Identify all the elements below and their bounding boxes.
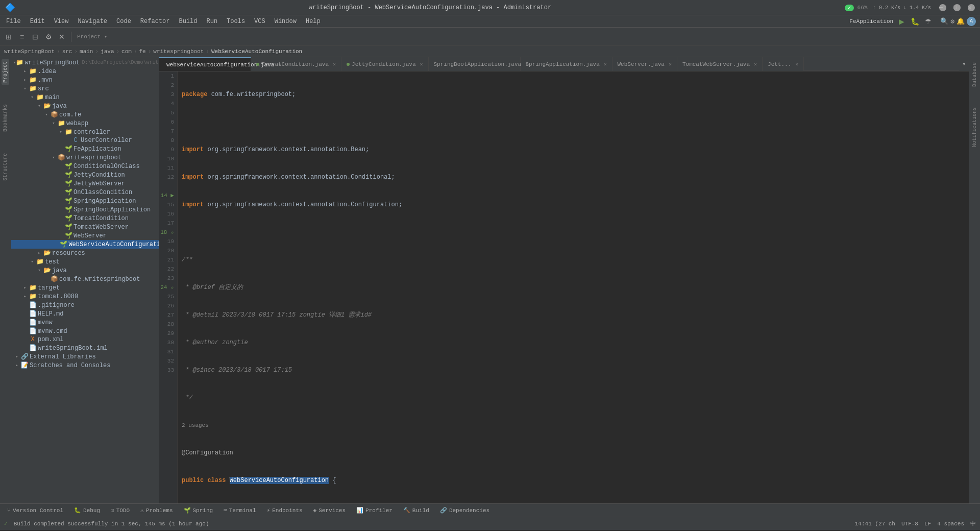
tree-item-tomcatcondition[interactable]: ▸ 🌱 TomcatCondition (11, 214, 159, 223)
menu-build[interactable]: Build (175, 17, 201, 26)
tree-item-main[interactable]: ▾ 📁 main (11, 93, 159, 102)
close-button[interactable]: ✕ (968, 4, 975, 11)
tree-item-src[interactable]: ▾ 📁 src (11, 84, 159, 93)
tree-item-writespringboot[interactable]: ▾ 📦 writespringboot (11, 153, 159, 162)
tree-item-usercontroller[interactable]: ▸ C UserController (11, 136, 159, 144)
tree-item-mvnwcmd[interactable]: ▸ 📄 mvnw.cmd (11, 327, 159, 335)
menu-code[interactable]: Code (112, 17, 135, 26)
notifications-icon[interactable]: 🔔 (957, 17, 965, 26)
database-strip-button[interactable]: Database (971, 59, 978, 90)
menu-refactor[interactable]: Refactor (136, 17, 174, 26)
menu-window[interactable]: Window (271, 17, 301, 26)
run-button[interactable]: ▶ (896, 16, 906, 27)
tree-item-root[interactable]: ▾ 📁 writeSpringBoot D:\IdeaProjects\Demo… (11, 58, 159, 67)
bottom-tab-terminal[interactable]: ⌨ Terminal (218, 504, 261, 517)
tree-item-tomcatwebserver[interactable]: ▸ 🌱 TomcatWebServer (11, 223, 159, 231)
tree-item-gitignore[interactable]: ▸ 📄 .gitignore (11, 301, 159, 309)
breadcrumb-fe[interactable]: fe (139, 49, 146, 55)
bottom-tab-versioncontrol[interactable]: ⑂ Version Control (2, 504, 69, 517)
collapse-all-button[interactable]: ⊟ (30, 31, 41, 42)
tree-item-resources[interactable]: ▸ 📂 resources (11, 249, 159, 257)
avatar[interactable]: A (967, 17, 976, 26)
bottom-tab-problems[interactable]: ⚠ Problems (135, 504, 178, 517)
tab-tomcatwebserver[interactable]: TomcatWebServer.java ✕ (677, 57, 763, 71)
tree-item-controller[interactable]: ▾ 📁 controller (11, 128, 159, 136)
menu-help[interactable]: Help (302, 17, 325, 26)
breadcrumb-current[interactable]: WebServiceAutoConfiguration (211, 49, 302, 55)
breadcrumb-src[interactable]: src (62, 49, 72, 55)
bottom-tab-profiler[interactable]: 📊 Profiler (351, 504, 398, 517)
menu-edit[interactable]: Edit (26, 17, 49, 26)
tree-item-pomxml[interactable]: ▸ X pom.xml (11, 335, 159, 344)
tree-item-feapp[interactable]: ▸ 🌱 FeApplication (11, 144, 159, 153)
tab-close-button[interactable]: ✕ (604, 61, 607, 67)
tree-item-comfe[interactable]: ▾ 📦 com.fe (11, 110, 159, 119)
settings-button[interactable]: ⚙ (43, 31, 54, 42)
structure-toggle[interactable]: Structure (2, 151, 9, 183)
menu-tools[interactable]: Tools (223, 17, 249, 26)
minimize-button[interactable]: ─ (939, 4, 946, 11)
maximize-button[interactable]: □ (953, 4, 961, 11)
tree-item-tomcat8080[interactable]: ▸ 📁 tomcat.8080 (11, 292, 159, 301)
tree-item-testjava[interactable]: ▾ 📂 java (11, 266, 159, 275)
breadcrumb-com[interactable]: com (121, 49, 132, 55)
tree-item-extlib[interactable]: ▸ 🔗 External Libraries (11, 352, 159, 361)
tab-webserver[interactable]: WebServer.java ✕ (612, 57, 677, 71)
tree-item-scratches[interactable]: ▸ 📝 Scratches and Consoles (11, 361, 159, 370)
bottom-tab-endpoints[interactable]: ⚡ Endpoints (262, 504, 308, 517)
tab-springapplication[interactable]: SpringApplication.java ✕ (521, 57, 612, 71)
bottom-tab-debug[interactable]: 🐛 Debug (69, 504, 106, 517)
bottom-tab-build[interactable]: 🔨 Build (398, 504, 435, 517)
tab-close-button[interactable]: ✕ (795, 61, 798, 67)
menu-run[interactable]: Run (202, 17, 222, 26)
tree-item-webapp[interactable]: ▾ 📁 webapp (11, 119, 159, 128)
tree-item-mvn[interactable]: ▸ 📁 .mvn (11, 76, 159, 84)
coverage-button[interactable]: ☂ (923, 16, 933, 27)
settings-icon[interactable]: ⚙ (950, 17, 954, 26)
tree-item-mvnw[interactable]: ▸ 📄 mvnw (11, 318, 159, 327)
tree-item-springbootapplication[interactable]: ▸ 🌱 SpringBootApplication (11, 205, 159, 214)
tab-close-button[interactable]: ✕ (333, 61, 336, 67)
bottom-tab-services[interactable]: ◈ Services (308, 504, 351, 517)
close-panel-button[interactable]: ✕ (56, 31, 67, 42)
debug-button[interactable]: 🐛 (910, 16, 920, 27)
expand-all-button[interactable]: ≡ (16, 31, 28, 42)
tree-item-comfewrite[interactable]: ▸ 📦 com.fe.writespringboot (11, 275, 159, 283)
breadcrumb-project[interactable]: writeSpringBoot (4, 49, 55, 55)
tree-item-webserver[interactable]: ▸ 🌱 WebServer (11, 231, 159, 240)
tab-webserviceautoconfig[interactable]: WebServiceAutoConfiguration.java ✕ (159, 57, 251, 71)
tree-item-springapplication[interactable]: ▸ 🌱 SpringApplication (11, 197, 159, 205)
breadcrumb-main[interactable]: main (80, 49, 93, 55)
breadcrumb-writespringboot[interactable]: writespringboot (153, 49, 204, 55)
tab-jettycondition[interactable]: JettyCondition.java ✕ (341, 57, 428, 71)
tree-item-test[interactable]: ▾ 📁 test (11, 257, 159, 266)
tree-item-jettycondition[interactable]: ▸ 🌱 JettyCondition (11, 171, 159, 179)
tab-close-button[interactable]: ✕ (420, 61, 423, 67)
tab-springbootapplication[interactable]: SpringBootApplication.java ✕ (429, 57, 521, 71)
tree-item-jettywebserver[interactable]: ▸ 🌱 JettyWebServer (11, 179, 159, 188)
menu-navigate[interactable]: Navigate (74, 17, 111, 26)
project-toggle[interactable]: Project (2, 59, 9, 85)
search-everywhere-icon[interactable]: 🔍 (940, 17, 948, 26)
tree-item-iml[interactable]: ▸ 📄 writeSpringBoot.iml (11, 344, 159, 352)
menu-vcs[interactable]: VCS (250, 17, 270, 26)
tree-item-idea[interactable]: ▸ 📁 .idea (11, 67, 159, 76)
bottom-tab-todo[interactable]: ☑ TODO (106, 504, 135, 517)
notifications-strip-button[interactable]: Notifications (971, 104, 978, 150)
tab-close-button[interactable]: ✕ (754, 61, 757, 67)
code-editor[interactable]: 1 2 3 4 5 6 7 8 9 10 11 12 14 ▶ 15 16 17… (159, 71, 969, 503)
tree-item-java[interactable]: ▾ 📂 java (11, 102, 159, 110)
bookmarks-toggle[interactable]: Bookmarks (2, 102, 9, 134)
tree-item-target[interactable]: ▸ 📁 target (11, 283, 159, 292)
tree-item-onclasscondition[interactable]: ▸ 🌱 OnClassCondition (11, 188, 159, 197)
menu-view[interactable]: View (50, 17, 73, 26)
code-text-area[interactable]: package com.fe.writespringboot; import o… (178, 71, 969, 503)
tab-overflow[interactable]: ▾ (959, 57, 969, 71)
tree-item-webserviceautoconfig[interactable]: ▸ 🌱 WebServiceAutoConfiguration (11, 240, 159, 249)
bottom-tab-dependencies[interactable]: 🔗 Dependencies (435, 504, 495, 517)
tab-jett[interactable]: Jett... ✕ (763, 57, 804, 71)
breadcrumb-java[interactable]: java (101, 49, 114, 55)
tab-tomcatcondition[interactable]: TomcatCondition.java ✕ (251, 57, 341, 71)
tree-item-conditionalonclass[interactable]: ▸ 🌱 ConditionalOnClass (11, 162, 159, 171)
tab-close-button[interactable]: ✕ (669, 61, 672, 67)
